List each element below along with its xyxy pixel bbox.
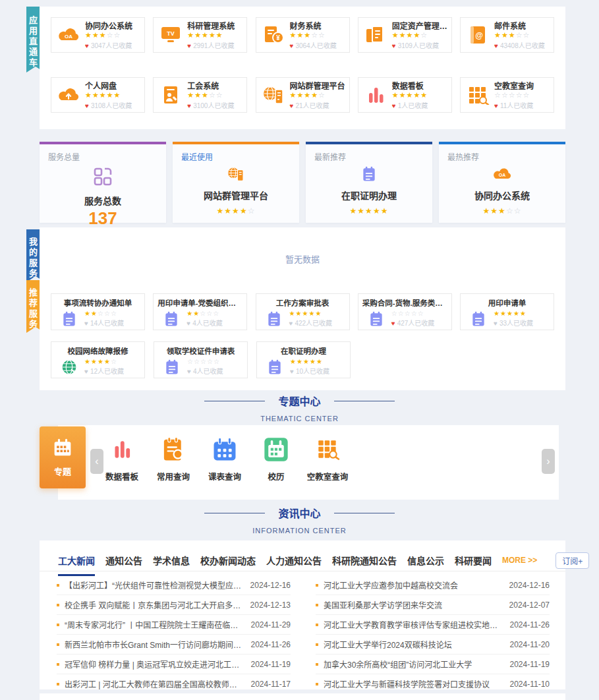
service-card[interactable]: 在职证明办理 ★★★★★ ♥10人已收藏 bbox=[256, 341, 351, 378]
app-card-dashboard[interactable]: 数据看板 ★★★★★ ♥1人已收藏 bbox=[358, 77, 452, 113]
cloud-upload-icon bbox=[55, 85, 82, 105]
news-item[interactable]: 出彩河工 | 河北工大教师在第四届全国高校教师教学创新大赛产教融...2024-… bbox=[57, 674, 291, 694]
app-card-research[interactable]: TV 科研管理系统 ★★★★★ ♥2991人已收藏 bbox=[153, 17, 247, 53]
heart-icon[interactable]: ♥ bbox=[187, 368, 191, 375]
bullet-icon bbox=[316, 624, 318, 626]
app-rating-stars[interactable]: ★★★★★ bbox=[85, 91, 142, 100]
thematic-item-label: 常用查询 bbox=[148, 470, 199, 482]
service-rating-stars[interactable]: ☆☆☆☆☆ bbox=[391, 310, 435, 318]
subscribe-button[interactable]: 订阅+ bbox=[556, 552, 589, 569]
stat-card-hottest[interactable]: 最热推荐 OA 协同办公系统 ★★★☆☆ bbox=[439, 142, 565, 223]
stat-card-recent[interactable]: 最近使用 网站群管理平台 ★★★★☆ bbox=[173, 142, 299, 223]
app-rating-stars[interactable]: ★★★★★ bbox=[187, 31, 244, 40]
app-rating-stars[interactable]: ★★★☆☆ bbox=[85, 31, 142, 40]
service-rating-stars[interactable]: ★★★★☆ bbox=[84, 358, 124, 366]
news-item[interactable]: 新西兰北帕市市长Grant Smith一行访问廊坊期间到河北工大参观调...20… bbox=[57, 635, 291, 655]
thematic-item-timetable[interactable]: 课表查询 bbox=[199, 434, 250, 482]
tab-info-disclosure[interactable]: 信息公示 bbox=[407, 554, 444, 567]
heart-icon[interactable]: ♥ bbox=[494, 102, 498, 109]
service-rating-stars[interactable]: ★★☆☆☆ bbox=[84, 310, 124, 318]
service-card[interactable]: 采购合同-货物.服务类审批表 ☆☆☆☆☆ ♥427人已收藏 bbox=[358, 293, 452, 330]
app-rating-stars[interactable]: ★★★★☆ bbox=[392, 31, 449, 40]
news-item[interactable]: 河北工业大学举行2024双碳科技论坛2024-11-20 bbox=[316, 635, 550, 655]
service-card[interactable]: 工作方案审批表 ★★★★★ ♥422人已收藏 bbox=[256, 293, 350, 330]
app-card-finance[interactable]: ¥ 财务系统 ★★★☆☆ ♥3064人已收藏 bbox=[256, 17, 350, 53]
heart-icon[interactable]: ♥ bbox=[290, 368, 294, 375]
app-rating-stars[interactable]: ★★★☆☆ bbox=[494, 31, 551, 40]
news-item[interactable]: “周末专家河北行” 丨中国工程院院士王耀南莅临河北工大讲“人...2024-11… bbox=[57, 615, 291, 635]
service-rating-stars[interactable]: ☆☆☆☆☆ bbox=[187, 358, 223, 366]
heart-icon[interactable]: ♥ bbox=[84, 368, 88, 375]
news-item[interactable]: 河北工业大学教育教学审核评估专家组进校实地考察2024-11-26 bbox=[316, 615, 550, 635]
tab-university-news[interactable]: 工大新闻 bbox=[58, 554, 95, 567]
tab-research-notices[interactable]: 科研院通知公告 bbox=[332, 554, 397, 567]
service-card[interactable]: 用印申请单-党委组织部.党委... ★★☆☆☆ ♥4人已收藏 bbox=[153, 293, 247, 330]
heart-icon[interactable]: ♥ bbox=[186, 320, 190, 327]
heart-icon[interactable]: ♥ bbox=[290, 42, 294, 49]
service-rating-stars[interactable]: ★★☆☆☆ bbox=[186, 310, 223, 318]
heart-icon[interactable]: ♥ bbox=[392, 102, 396, 109]
thematic-item-dashboard[interactable]: 数据看板 bbox=[96, 434, 148, 482]
carousel-prev-button[interactable]: ‹ bbox=[90, 449, 103, 474]
heart-icon[interactable]: ♥ bbox=[392, 42, 396, 49]
app-card-sitegroup[interactable]: 网站群管理平台 ★★★★☆ ♥21人已收藏 bbox=[256, 77, 350, 113]
news-item[interactable]: 河北工业大学应邀参加中越高校交流会2024-12-16 bbox=[316, 575, 550, 595]
heart-icon[interactable]: ♥ bbox=[289, 320, 293, 327]
service-card[interactable]: 校园网络故障报修 ★★★★☆ ♥12人已收藏 bbox=[51, 341, 145, 378]
service-card[interactable]: 用印申请单 ★★★★★ ♥33人已收藏 bbox=[460, 293, 554, 330]
tab-academic-info[interactable]: 学术信息 bbox=[153, 554, 190, 567]
news-item[interactable]: 校企携手 双向赋能丨京东集团与河北工大开启多领域战略合作2024-12-13 bbox=[57, 595, 291, 615]
app-card-oa[interactable]: OA 协同办公系统 ★★★☆☆ ♥3047人已收藏 bbox=[51, 17, 145, 53]
app-name: 工会系统 bbox=[187, 80, 244, 91]
service-rating-stars[interactable]: ★★★★★ bbox=[290, 358, 329, 366]
stat-card-total[interactable]: 服务总量 服务总数 137 bbox=[40, 142, 166, 223]
fav-count: ♥14人已收藏 bbox=[84, 318, 124, 328]
heart-icon[interactable]: ♥ bbox=[391, 320, 395, 327]
news-item[interactable]: 【出彩河工】“光伏组件可靠性检测视觉大模型应用场景”入选202...2024-1… bbox=[57, 575, 291, 595]
app-card-classroom[interactable]: 空教室查询 ☆☆☆☆☆ ♥11人已收藏 bbox=[460, 77, 554, 113]
stat-card-newest[interactable]: 最新推荐 在职证明办理 ★★★★★ bbox=[306, 142, 432, 223]
thematic-item-school-calendar[interactable]: 校历 bbox=[250, 434, 302, 482]
heart-icon[interactable]: ♥ bbox=[85, 102, 89, 109]
tab-notices[interactable]: 通知公告 bbox=[105, 554, 142, 567]
grid-search-icon bbox=[465, 85, 491, 105]
heart-icon[interactable]: ♥ bbox=[494, 320, 498, 327]
news-item[interactable]: 河北工业大学与新疆科技学院签署对口支援协议2024-11-10 bbox=[316, 674, 550, 694]
heart-icon[interactable]: ♥ bbox=[494, 42, 498, 49]
heart-icon[interactable]: ♥ bbox=[187, 42, 191, 49]
app-rating-stars[interactable]: ☆☆☆☆☆ bbox=[494, 91, 551, 100]
stat-rating-stars[interactable]: ★★★☆☆ bbox=[439, 206, 565, 216]
thematic-tab[interactable]: 专题 bbox=[40, 426, 86, 488]
app-card-mail[interactable]: @ 邮件系统 ★★★☆☆ ♥43408人已收藏 bbox=[460, 17, 554, 53]
app-card-netdisk[interactable]: 个人网盘 ★★★★★ ♥3108人已收藏 bbox=[51, 77, 145, 113]
thematic-item-empty-classroom[interactable]: 空教室查询 bbox=[302, 434, 353, 482]
app-rating-stars[interactable]: ★★★☆☆ bbox=[290, 31, 347, 40]
app-name: 空教室查询 bbox=[494, 80, 551, 91]
service-rating-stars[interactable]: ★★★★★ bbox=[494, 310, 533, 318]
news-item[interactable]: 冠军信仰 榜样力量 | 奥运冠军巩立姣走进河北工业大学2024-11-19 bbox=[57, 655, 291, 674]
heart-icon[interactable]: ♥ bbox=[85, 42, 89, 49]
clipboard-icon bbox=[360, 173, 378, 185]
service-card[interactable]: 事项流转协办通知单 ★★☆☆☆ ♥14人已收藏 bbox=[51, 293, 145, 330]
news-item[interactable]: 美国亚利桑那大学访学团来华交流2024-12-07 bbox=[316, 595, 550, 615]
more-link[interactable]: MORE >> bbox=[502, 556, 537, 565]
app-card-assets[interactable]: 固定资产管理系统 ★★★★☆ ♥3109人已收藏 bbox=[358, 17, 452, 53]
service-rating-stars[interactable]: ★★★★★ bbox=[289, 310, 333, 318]
service-card[interactable]: 领取学校证件申请表 ☆☆☆☆☆ ♥4人已收藏 bbox=[154, 341, 248, 378]
heart-icon[interactable]: ♥ bbox=[187, 102, 191, 109]
tab-hr-notices[interactable]: 人力通知公告 bbox=[266, 554, 322, 567]
heart-icon[interactable]: ♥ bbox=[290, 102, 294, 109]
thematic-item-common-query[interactable]: 常用查询 bbox=[148, 434, 199, 482]
app-rating-stars[interactable]: ★★★★☆ bbox=[290, 91, 347, 100]
divider bbox=[204, 401, 265, 401]
news-item[interactable]: 加拿大30余所高校“组团”访问河北工业大学2024-11-19 bbox=[316, 655, 550, 674]
tab-research-highlights[interactable]: 科研要闻 bbox=[455, 554, 492, 567]
heart-icon[interactable]: ♥ bbox=[84, 320, 88, 327]
stat-rating-stars[interactable]: ★★★★☆ bbox=[173, 206, 299, 216]
tab-office-news[interactable]: 校办新闻动态 bbox=[200, 554, 256, 567]
carousel-next-button[interactable]: › bbox=[542, 449, 555, 474]
app-rating-stars[interactable]: ★★★★★ bbox=[392, 91, 449, 100]
app-rating-stars[interactable]: ★★★☆☆ bbox=[187, 91, 244, 100]
stat-rating-stars[interactable]: ★★★★★ bbox=[306, 206, 432, 216]
app-card-union[interactable]: 工会系统 ★★★☆☆ ♥3100人已收藏 bbox=[153, 77, 247, 113]
